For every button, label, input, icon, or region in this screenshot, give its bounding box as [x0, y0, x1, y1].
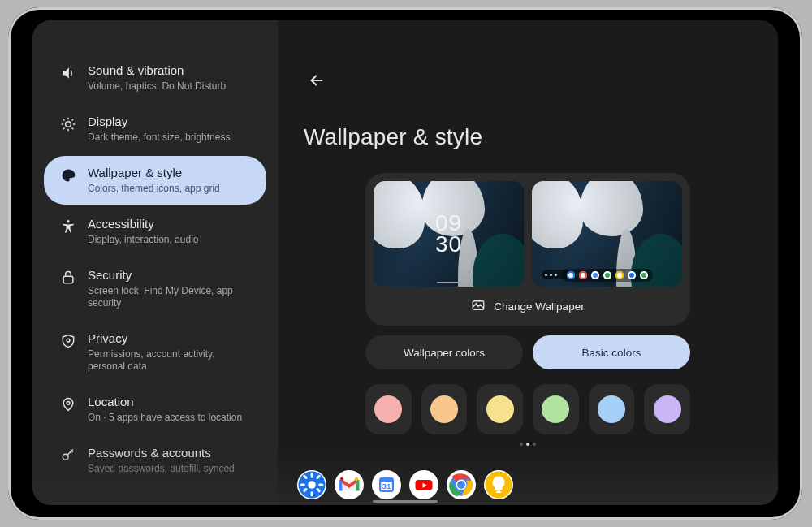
wallpaper-preview-card: Tue, 23 Aug 09 30	[365, 173, 690, 326]
mini-app-calendar	[591, 271, 599, 279]
lockscreen-date: Tue, 23 Aug	[382, 185, 408, 190]
sidebar-item-accessibility[interactable]: AccessibilityDisplay, interaction, audio	[44, 207, 266, 256]
homescreen-preview[interactable]	[532, 181, 682, 287]
sidebar-item-title: Accessibility	[88, 217, 199, 231]
svg-point-11	[63, 454, 68, 460]
volume-icon	[60, 65, 76, 81]
mini-app-play	[603, 271, 611, 279]
color-circle	[542, 395, 569, 423]
svg-point-2	[66, 122, 71, 127]
svg-rect-17	[311, 491, 313, 496]
sidebar-item-brightness[interactable]: DisplayDark theme, font size, brightness	[44, 105, 266, 153]
svg-rect-16	[311, 473, 313, 478]
lockscreen-preview[interactable]: Tue, 23 Aug 09 30	[374, 181, 524, 287]
sidebar-item-volume[interactable]: Sound & vibrationVolume, haptics, Do Not…	[44, 54, 266, 102]
svg-point-10	[67, 401, 70, 404]
sidebar-item-title: Location	[88, 395, 242, 409]
color-circle	[374, 395, 402, 423]
dock-app-chrome[interactable]	[447, 470, 476, 499]
svg-point-13	[476, 302, 477, 304]
color-swatch-4[interactable]	[533, 384, 579, 434]
svg-point-15	[308, 481, 316, 489]
svg-rect-18	[300, 484, 305, 486]
sidebar-item-subtitle: Colors, themed icons, app grid	[88, 183, 220, 195]
svg-rect-8	[63, 276, 73, 283]
mini-app-chrome	[615, 271, 624, 279]
basic-color-swatches	[365, 384, 690, 434]
color-source-tabs: Wallpaper colors Basic colors	[365, 335, 690, 369]
change-wallpaper-label: Change Wallpaper	[494, 300, 584, 313]
svg-rect-36	[496, 491, 501, 493]
dock-app-keep[interactable]	[484, 470, 513, 499]
mini-app-gmail	[579, 271, 587, 279]
palette-icon	[60, 167, 76, 184]
screen: 9:30 Sound & vibrationVolume, haptics, D…	[32, 20, 778, 505]
svg-point-7	[67, 220, 69, 222]
sidebar-item-subtitle: Permissions, account activity, personal …	[88, 348, 253, 373]
color-circle	[598, 395, 625, 423]
color-circle	[430, 395, 458, 423]
sidebar-item-title: Security	[88, 268, 253, 283]
svg-point-4	[66, 171, 67, 173]
dock-app-gmail[interactable]	[335, 470, 364, 499]
accessibility-icon	[60, 218, 76, 235]
brightness-icon	[60, 116, 76, 132]
main-content: Wallpaper & style Tue, 23 Aug	[278, 20, 778, 505]
change-wallpaper-button[interactable]: Change Wallpaper	[365, 287, 690, 326]
taskbar-dock: 31	[297, 470, 513, 499]
settings-sidebar: Sound & vibrationVolume, haptics, Do Not…	[32, 20, 278, 505]
sidebar-item-subtitle: Saved passwords, autofill, synced	[88, 463, 235, 475]
lockscreen-clock: 09 30	[435, 213, 462, 255]
svg-point-34	[457, 481, 465, 489]
sidebar-item-palette[interactable]: Wallpaper & styleColors, themed icons, a…	[44, 156, 266, 205]
back-button[interactable]	[304, 67, 330, 93]
sidebar-item-subtitle: Dark theme, font size, brightness	[88, 132, 230, 144]
mini-app-contacts	[628, 271, 636, 279]
color-circle	[654, 395, 681, 423]
sidebar-item-title: Passwords & accounts	[88, 446, 235, 460]
sidebar-item-subtitle: Volume, haptics, Do Not Disturb	[88, 80, 226, 93]
color-swatch-1[interactable]	[365, 384, 412, 434]
sidebar-item-title: Privacy	[88, 331, 253, 346]
page-title: Wallpaper & style	[304, 124, 482, 150]
tab-basic-colors[interactable]: Basic colors	[533, 335, 690, 369]
sidebar-item-lock[interactable]: SecurityScreen lock, Find My Device, app…	[44, 258, 266, 319]
color-swatch-3[interactable]	[477, 384, 523, 434]
svg-text:31: 31	[382, 482, 391, 490]
key-icon	[60, 447, 76, 464]
sidebar-item-title: Display	[88, 114, 230, 129]
sidebar-item-subtitle: Display, interaction, audio	[88, 234, 199, 246]
mini-app-settings	[567, 271, 575, 279]
sidebar-item-subtitle: On · 5 apps have access to location	[88, 412, 242, 424]
sidebar-item-subtitle: Screen lock, Find My Device, app securit…	[88, 285, 253, 309]
sidebar-item-location[interactable]: LocationOn · 5 apps have access to locat…	[44, 385, 266, 434]
dock-app-calendar[interactable]: 31	[372, 470, 401, 499]
pager-dots	[520, 443, 536, 446]
wallpaper-icon	[471, 298, 486, 315]
location-icon	[60, 396, 76, 413]
svg-point-3	[64, 174, 66, 175]
color-swatch-5[interactable]	[589, 384, 635, 434]
svg-rect-19	[318, 484, 323, 486]
svg-point-5	[69, 171, 71, 173]
color-swatch-2[interactable]	[421, 384, 468, 434]
sidebar-item-privacy[interactable]: PrivacyPermissions, account activity, pe…	[44, 322, 266, 382]
lock-icon	[60, 270, 76, 286]
tablet-bezel: 9:30 Sound & vibrationVolume, haptics, D…	[8, 7, 802, 520]
color-circle	[486, 395, 514, 423]
dock-app-settings[interactable]	[297, 470, 326, 499]
home-dock-mini	[562, 269, 653, 282]
privacy-icon	[60, 333, 76, 349]
mini-app-phone	[640, 271, 648, 279]
sidebar-item-title: Sound & vibration	[88, 63, 226, 78]
gesture-nav-pill[interactable]	[373, 500, 438, 503]
color-swatch-6[interactable]	[644, 384, 690, 434]
svg-point-9	[67, 339, 70, 342]
svg-point-6	[71, 174, 72, 175]
sidebar-item-key[interactable]: Passwords & accountsSaved passwords, aut…	[44, 436, 266, 485]
sidebar-item-title: Wallpaper & style	[88, 166, 220, 180]
dock-app-youtube[interactable]	[409, 470, 438, 499]
tab-wallpaper-colors[interactable]: Wallpaper colors	[365, 335, 523, 369]
